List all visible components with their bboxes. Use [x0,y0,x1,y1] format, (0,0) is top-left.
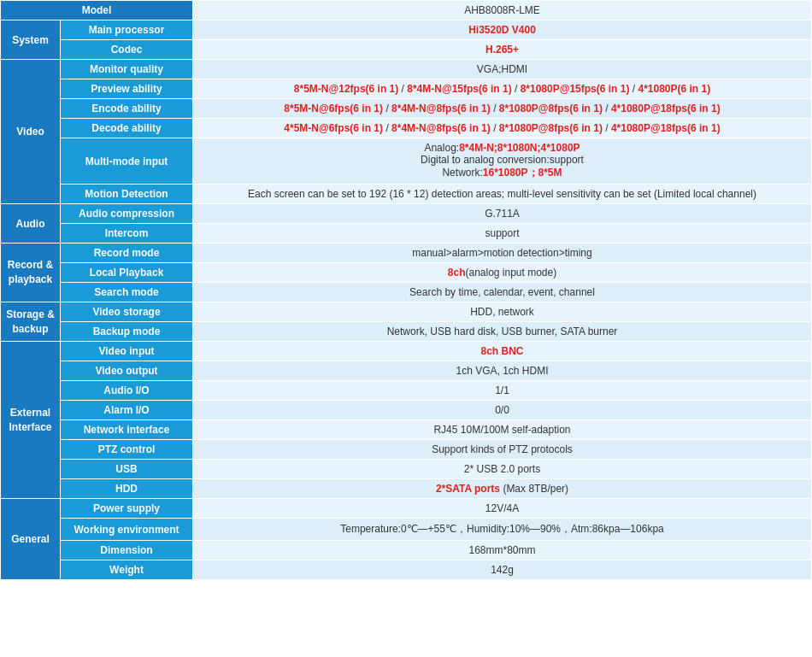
feature-audio-io: Audio I/O [61,381,193,401]
value-video-output: 1ch VGA, 1ch HDMI [193,361,812,381]
feature-usb: USB [61,460,193,479]
table-row: Video output 1ch VGA, 1ch HDMI [1,361,812,381]
table-row: Network interface RJ45 10M/100M self-ada… [1,420,812,440]
table-row: ExternalInterface Video input 8ch BNC [1,342,812,361]
value-intercom: support [193,224,812,243]
table-row: Record &playback Record mode manual>alar… [1,243,812,263]
table-row: Working environment Temperature:0℃—+55℃，… [1,519,812,541]
model-value: AHB8008R-LME [193,1,812,21]
value-network-interface: RJ45 10M/100M self-adaption [193,420,812,440]
value-codec: H.265+ [193,40,812,60]
feature-backup-mode: Backup mode [61,322,193,342]
category-general: General [1,499,61,580]
feature-codec: Codec [61,40,193,60]
table-row: Weight 142g [1,560,812,580]
feature-multi-mode-input: Multi-mode input [61,138,193,185]
value-backup-mode: Network, USB hard disk, USB burner, SATA… [193,322,812,342]
table-row: Multi-mode input Analog:8*4M-N;8*1080N;4… [1,138,812,185]
value-decode-ability: 4*5M-N@6fps(6 in 1) / 8*4M-N@8fps(6 in 1… [193,119,812,138]
feature-encode-ability: Encode ability [61,99,193,119]
category-video: Video [1,60,61,204]
value-dimension: 168mm*80mm [193,541,812,560]
value-search-mode: Search by time, calendar, event, channel [193,283,812,302]
table-row: System Main processor Hi3520D V400 [1,21,812,40]
value-monitor-quality: VGA;HDMI [193,60,812,79]
table-row: Dimension 168mm*80mm [1,541,812,560]
model-label: Model [1,1,193,21]
table-row: USB 2* USB 2.0 ports [1,460,812,479]
table-row: PTZ control Support kinds of PTZ protoco… [1,440,812,460]
table-row: HDD 2*SATA ports (Max 8TB/per) [1,479,812,499]
category-external-interface: ExternalInterface [1,342,61,499]
feature-alarm-io: Alarm I/O [61,401,193,420]
value-encode-ability: 8*5M-N@6fps(6 in 1) / 8*4M-N@8fps(6 in 1… [193,99,812,119]
feature-preview-ability: Preview ability [61,79,193,99]
value-working-environment: Temperature:0℃—+55℃，Humidity:10%—90%，Atm… [193,519,812,541]
value-record-mode: manual>alarm>motion detection>timing [193,243,812,263]
feature-local-playback: Local Playback [61,263,193,283]
value-audio-io: 1/1 [193,381,812,401]
table-row: Video Monitor quality VGA;HDMI [1,60,812,79]
feature-hdd: HDD [61,479,193,499]
feature-video-storage: Video storage [61,302,193,322]
value-motion-detection: Each screen can be set to 192 (16 * 12) … [193,185,812,204]
feature-audio-compression: Audio compression [61,204,193,224]
table-row: Motion Detection Each screen can be set … [1,185,812,204]
feature-intercom: Intercom [61,224,193,243]
table-row: Alarm I/O 0/0 [1,401,812,420]
feature-ptz-control: PTZ control [61,440,193,460]
table-row: Preview ability 8*5M-N@12fps(6 in 1) / 8… [1,79,812,99]
feature-video-output: Video output [61,361,193,381]
header-row: Model AHB8008R-LME [1,1,812,21]
value-alarm-io: 0/0 [193,401,812,420]
feature-main-processor: Main processor [61,21,193,40]
category-audio: Audio [1,204,61,243]
feature-video-input: Video input [61,342,193,361]
table-row: Local Playback 8ch(analog input mode) [1,263,812,283]
table-row: Codec H.265+ [1,40,812,60]
value-video-storage: HDD, network [193,302,812,322]
table-row: Storage &backup Video storage HDD, netwo… [1,302,812,322]
feature-dimension: Dimension [61,541,193,560]
value-usb: 2* USB 2.0 ports [193,460,812,479]
category-system: System [1,21,61,60]
value-ptz-control: Support kinds of PTZ protocols [193,440,812,460]
value-power-supply: 12V/4A [193,499,812,519]
category-record-playback: Record &playback [1,243,61,302]
feature-search-mode: Search mode [61,283,193,302]
spec-table: Model AHB8008R-LME System Main processor… [0,0,812,580]
category-storage-backup: Storage &backup [1,302,61,342]
table-row: Audio Audio compression G.711A [1,204,812,224]
value-preview-ability: 8*5M-N@12fps(6 in 1) / 8*4M-N@15fps(6 in… [193,79,812,99]
table-row: Backup mode Network, USB hard disk, USB … [1,322,812,342]
feature-record-mode: Record mode [61,243,193,263]
value-local-playback: 8ch(analog input mode) [193,263,812,283]
table-row: Intercom support [1,224,812,243]
feature-motion-detection: Motion Detection [61,185,193,204]
value-multi-mode-input: Analog:8*4M-N;8*1080N;4*1080P Digital to… [193,138,812,185]
value-main-processor: Hi3520D V400 [193,21,812,40]
table-row: Encode ability 8*5M-N@6fps(6 in 1) / 8*4… [1,99,812,119]
value-video-input: 8ch BNC [193,342,812,361]
table-row: General Power supply 12V/4A [1,499,812,519]
feature-network-interface: Network interface [61,420,193,440]
feature-weight: Weight [61,560,193,580]
value-weight: 142g [193,560,812,580]
value-hdd: 2*SATA ports (Max 8TB/per) [193,479,812,499]
table-row: Decode ability 4*5M-N@6fps(6 in 1) / 8*4… [1,119,812,138]
feature-decode-ability: Decode ability [61,119,193,138]
table-row: Audio I/O 1/1 [1,381,812,401]
feature-working-environment: Working environment [61,519,193,541]
feature-power-supply: Power supply [61,499,193,519]
value-audio-compression: G.711A [193,204,812,224]
feature-monitor-quality: Monitor quality [61,60,193,79]
table-row: Search mode Search by time, calendar, ev… [1,283,812,302]
